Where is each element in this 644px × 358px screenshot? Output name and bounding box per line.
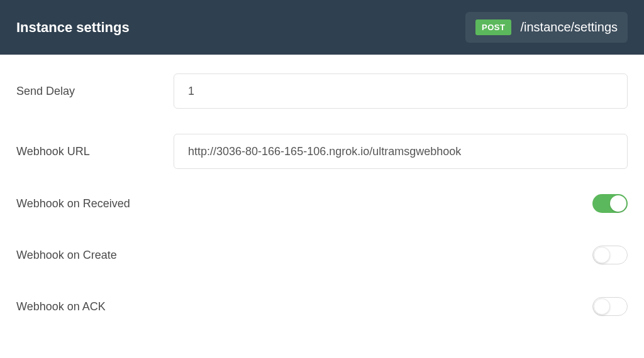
webhook-url-input[interactable] [174,134,628,169]
page-header: Instance settings POST /instance/setting… [0,0,644,55]
send-delay-row: Send Delay [16,73,628,109]
webhook-ack-row: Webhook on ACK [16,297,628,316]
webhook-received-toggle[interactable] [592,194,628,213]
send-delay-label: Send Delay [16,85,174,98]
endpoint-display: POST /instance/settings [465,12,628,43]
endpoint-path: /instance/settings [520,20,618,35]
webhook-create-row: Webhook on Create [16,246,628,264]
toggle-knob [594,247,610,263]
webhook-received-row: Webhook on Received [16,194,628,213]
webhook-create-toggle[interactable] [592,246,628,264]
toggle-knob [610,195,626,212]
webhook-ack-toggle[interactable] [592,297,628,316]
http-method-badge: POST [475,19,511,35]
toggle-knob [594,298,610,315]
page-title: Instance settings [16,19,130,36]
send-delay-input[interactable] [174,73,628,109]
webhook-url-label: Webhook URL [16,145,174,158]
webhook-ack-label: Webhook on ACK [16,300,174,313]
webhook-received-label: Webhook on Received [16,197,174,210]
webhook-create-label: Webhook on Create [16,249,174,262]
webhook-url-row: Webhook URL [16,134,628,169]
settings-form: Send Delay Webhook URL Webhook on Receiv… [0,55,644,358]
